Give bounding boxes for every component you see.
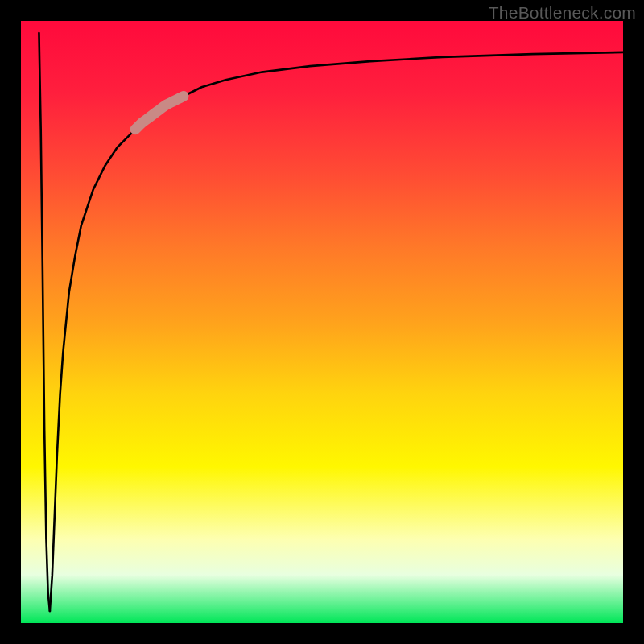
curve-main: [50, 52, 623, 611]
curve-left-drop: [39, 33, 49, 611]
watermark-text: TheBottleneck.com: [489, 3, 636, 23]
curve-highlight: [135, 97, 184, 130]
curve-group: [39, 33, 623, 611]
chart-curve-layer: [21, 21, 623, 623]
